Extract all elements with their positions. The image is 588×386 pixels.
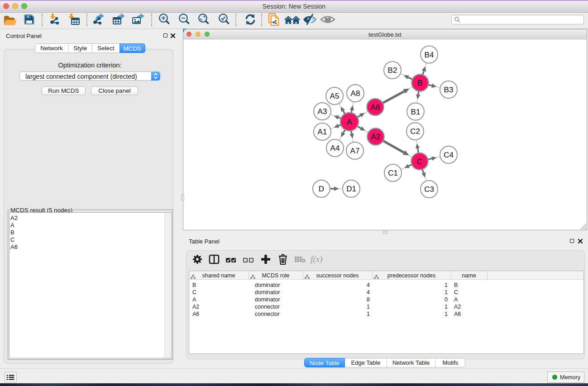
svg-text:A7: A7 xyxy=(350,147,360,155)
svg-text:B4: B4 xyxy=(425,51,434,59)
svg-text:B2: B2 xyxy=(388,66,397,75)
svg-text:C1: C1 xyxy=(388,169,398,177)
svg-text:C: C xyxy=(417,157,422,166)
svg-text:C4: C4 xyxy=(444,151,454,159)
svg-text:A6: A6 xyxy=(371,103,380,112)
svg-text:D: D xyxy=(319,185,324,193)
svg-text:C3: C3 xyxy=(424,185,434,194)
svg-text:A4: A4 xyxy=(330,144,340,152)
svg-text:A8: A8 xyxy=(351,89,360,98)
svg-text:B3: B3 xyxy=(444,86,454,94)
svg-text:D1: D1 xyxy=(346,185,356,193)
svg-text:B: B xyxy=(417,79,422,87)
svg-text:A3: A3 xyxy=(318,107,327,116)
svg-text:A: A xyxy=(347,118,352,126)
svg-text:B1: B1 xyxy=(411,108,421,116)
svg-text:C2: C2 xyxy=(410,127,420,136)
svg-text:A1: A1 xyxy=(318,128,327,136)
svg-text:A5: A5 xyxy=(330,92,339,100)
svg-text:A2: A2 xyxy=(371,133,381,141)
